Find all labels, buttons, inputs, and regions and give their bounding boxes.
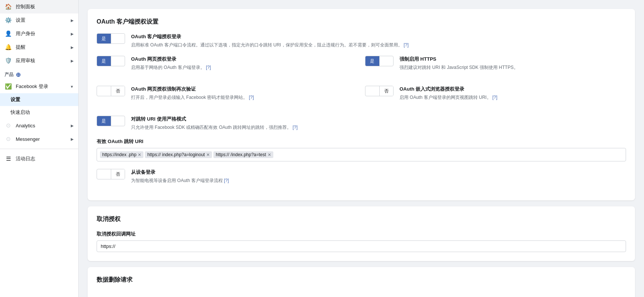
- sidebar-item-identity[interactable]: 👤 用户身份 ▶: [0, 27, 78, 40]
- products-label: 产品: [4, 72, 13, 78]
- oauth-settings-card: OAuth 客户端授权设置 是 OAuth 客户端授权登录 启用标准 OAuth…: [88, 9, 635, 200]
- sidebar-item-quickstart[interactable]: 快速启动: [0, 106, 78, 119]
- client-oauth-toggle[interactable]: 是: [97, 33, 125, 44]
- device-login-title: 从设备登录: [131, 169, 626, 176]
- uri-tag-2: https:// index.php?a=loginout ✕: [145, 151, 212, 158]
- chevron-down-icon: ▼: [70, 85, 74, 89]
- force-https-row: 是 强制启用 HTTPS 强烈建议对跳转 URI 和 JavaScript SD…: [365, 56, 626, 71]
- uri-tag-text-1: https://index .php: [102, 152, 136, 157]
- uri-remove-1[interactable]: ✕: [138, 152, 141, 157]
- uri-field[interactable]: https://index .php ✕ https:// index.php?…: [97, 148, 626, 161]
- deauth-url-input[interactable]: [97, 240, 626, 252]
- sidebar-label-facebook-login: Facebook 登录: [16, 83, 48, 90]
- sidebar-label-alerts: 提醒: [16, 44, 25, 51]
- sidebar-item-alerts[interactable]: 🔔 提醒 ▶: [0, 40, 78, 54]
- sidebar-label-dashboard: 控制面板: [16, 3, 35, 10]
- web-oauth-reauth-toggle[interactable]: 否: [97, 86, 125, 96]
- client-oauth-help[interactable]: [?]: [404, 42, 408, 48]
- sidebar-label-identity: 用户身份: [16, 30, 35, 37]
- device-login-toggle[interactable]: 否: [97, 169, 125, 179]
- uri-tag-1: https://index .php ✕: [100, 151, 143, 158]
- check-icon: ✅: [4, 83, 12, 90]
- user-icon: 👤: [4, 30, 12, 37]
- client-oauth-desc: 启用标准 OAuth 客户端口令流程。通过以下选项，指定允许的口令跳转 URI，…: [131, 42, 626, 48]
- home-icon: 🏠: [4, 3, 12, 10]
- client-oauth-row: 是 OAuth 客户端授权登录 启用标准 OAuth 客户端口令流程。通过以下选…: [97, 33, 626, 48]
- deauth-fields: 取消授权回调网址: [97, 231, 626, 252]
- strict-mode-toggle[interactable]: 是: [97, 116, 125, 126]
- sidebar-item-dashboard[interactable]: 🏠 控制面板: [0, 0, 78, 13]
- sidebar-item-settings-sub[interactable]: 设置: [0, 93, 78, 106]
- sidebar-label-settings-sub: 设置: [10, 96, 20, 103]
- force-https-title: 强制启用 HTTPS: [400, 56, 626, 63]
- analytics-circle-icon: ⊙: [4, 122, 12, 129]
- uri-tag-text-3: https:// /index.php?a=test: [216, 152, 266, 157]
- web-oauth-toggle[interactable]: 是: [97, 56, 125, 66]
- chevron-right-icon-5: ▶: [71, 124, 74, 128]
- chevron-right-icon-2: ▶: [71, 32, 74, 36]
- sidebar-label-audit: 应用审核: [16, 57, 35, 64]
- shield-icon: 🛡️: [4, 57, 12, 64]
- sidebar-item-messenger[interactable]: ⊙ Messenger ▶: [0, 132, 78, 146]
- add-product-button[interactable]: ⊕: [16, 71, 21, 78]
- web-oauth-help[interactable]: [?]: [206, 65, 211, 70]
- uri-remove-3[interactable]: ✕: [268, 152, 271, 157]
- sidebar-label-messenger: Messenger: [16, 136, 40, 142]
- uri-label: 有效 OAuth 跳转 URI: [97, 138, 626, 145]
- deauth-card: 取消授权 取消授权回调网址: [88, 206, 635, 261]
- web-oauth-reauth-help[interactable]: [?]: [249, 95, 254, 100]
- web-oauth-desc: 启用基于网络的 OAuth 客户端登录。 [?]: [131, 64, 358, 71]
- web-oauth-reauth-title: OAuth 网页授权强制再次验证: [131, 86, 358, 93]
- device-login-help[interactable]: [?]: [224, 178, 229, 183]
- chevron-right-icon: ▶: [71, 18, 74, 22]
- web-oauth-reauth-desc: 打开后，用户登录必须输入 Facebook 密码才能登录网站。 [?]: [131, 94, 358, 101]
- sidebar-item-activity-log[interactable]: ☰ 活动日志: [0, 152, 78, 166]
- toggle-no-embedded-browser[interactable]: 否: [380, 86, 394, 96]
- sidebar-item-settings[interactable]: ⚙️ 设置 ▶: [0, 13, 78, 27]
- embedded-browser-toggle[interactable]: 否: [365, 86, 394, 96]
- oauth-settings-title: OAuth 客户端授权设置: [97, 18, 626, 26]
- messenger-icon: ⊙: [4, 136, 12, 142]
- toggle-yes-web-oauth[interactable]: 是: [97, 56, 111, 66]
- products-section: 产品 ⊕: [0, 67, 78, 80]
- strict-mode-help[interactable]: [?]: [292, 125, 297, 130]
- web-oauth-row: 是 OAuth 网页授权登录 启用基于网络的 OAuth 客户端登录。 [?]: [97, 56, 358, 71]
- strict-mode-desc: 只允许使用 Facebook SDK 或精确匹配有效 OAuth 跳转网址的跳转…: [131, 124, 626, 131]
- chevron-right-icon-6: ▶: [71, 137, 74, 141]
- settings-grid: 是 OAuth 网页授权登录 启用基于网络的 OAuth 客户端登录。 [?] …: [97, 56, 626, 108]
- sidebar-label-activity-log: 活动日志: [16, 155, 35, 162]
- toggle-yes-strict-mode[interactable]: 是: [97, 116, 111, 126]
- chevron-right-icon-3: ▶: [71, 45, 74, 49]
- sidebar: 🏠 控制面板 ⚙️ 设置 ▶ 👤 用户身份 ▶ 🔔 提醒 ▶ 🛡️ 应用审核 ▶…: [0, 0, 79, 297]
- strict-mode-row: 是 对跳转 URI 使用严格模式 只允许使用 Facebook SDK 或精确匹…: [97, 116, 626, 131]
- sidebar-divider: [0, 149, 78, 149]
- toggle-no-web-oauth-reauth[interactable]: 否: [111, 86, 125, 96]
- list-icon: ☰: [4, 155, 12, 162]
- uri-remove-2[interactable]: ✕: [206, 152, 210, 157]
- device-login-desc: 为智能电视等设备启用 OAuth 客户端登录流程 [?]: [131, 177, 626, 184]
- web-oauth-reauth-row: 否 OAuth 网页授权强制再次验证 打开后，用户登录必须输入 Facebook…: [97, 86, 358, 101]
- uri-tag-3: https:// /index.php?a=test ✕: [213, 151, 273, 158]
- toggle-yes-force-https[interactable]: 是: [365, 56, 379, 66]
- client-oauth-content: OAuth 客户端授权登录 启用标准 OAuth 客户端口令流程。通过以下选项，…: [131, 33, 626, 48]
- sidebar-item-audit[interactable]: 🛡️ 应用审核 ▶: [0, 54, 78, 67]
- device-login-row: 否 从设备登录 为智能电视等设备启用 OAuth 客户端登录流程 [?]: [97, 169, 626, 184]
- data-delete-card: 数据删除请求: [88, 267, 635, 297]
- deauth-title: 取消授权: [97, 215, 626, 223]
- client-oauth-title: OAuth 客户端授权登录: [131, 33, 626, 40]
- embedded-browser-help[interactable]: [?]: [492, 95, 497, 100]
- sidebar-label-quickstart: 快速启动: [10, 109, 30, 116]
- force-https-toggle[interactable]: 是: [365, 56, 394, 66]
- toggle-yes-client-oauth[interactable]: 是: [97, 33, 111, 44]
- embedded-browser-desc: 启用 OAuth 客户端登录的网页视图跳转 URI。 [?]: [400, 94, 626, 101]
- deauth-url-label: 取消授权回调网址: [97, 231, 626, 237]
- toggle-no-device-login[interactable]: 否: [111, 169, 125, 179]
- chevron-right-icon-4: ▶: [71, 59, 74, 63]
- embedded-browser-title: OAuth 嵌入式浏览器授权登录: [400, 86, 626, 93]
- sidebar-item-analytics[interactable]: ⊙ Analytics ▶: [0, 119, 78, 132]
- force-https-desc: 强烈建议对跳转 URI 和 JavaScript SDK 强制使用 HTTPS。: [400, 64, 626, 71]
- bell-icon: 🔔: [4, 44, 12, 51]
- sidebar-item-facebook-login[interactable]: ✅ Facebook 登录 ▼: [0, 80, 78, 93]
- uri-tag-text-2: https:// index.php?a=loginout: [147, 152, 205, 157]
- sidebar-label-analytics: Analytics: [16, 123, 35, 128]
